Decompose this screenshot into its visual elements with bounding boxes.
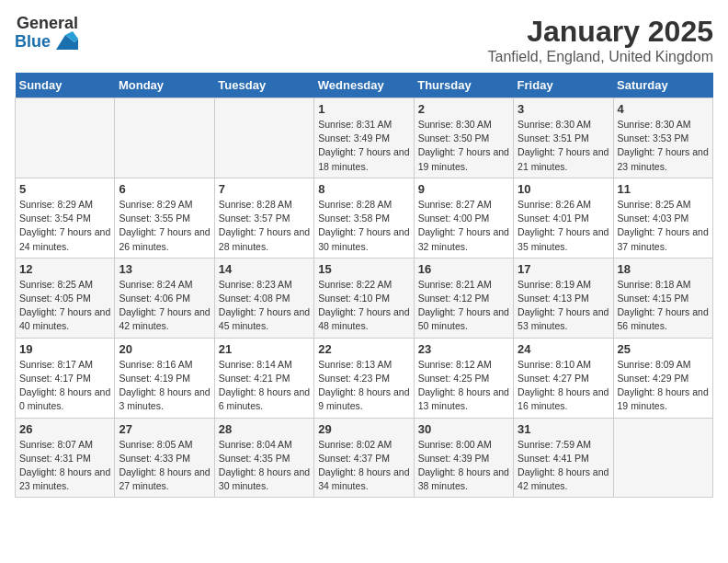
logo-icon [52, 31, 78, 52]
logo-blue: Blue [15, 33, 51, 50]
day-number: 22 [318, 342, 409, 356]
day-info: Sunrise: 8:18 AM Sunset: 4:15 PM Dayligh… [618, 278, 709, 334]
table-row: 16Sunrise: 8:21 AM Sunset: 4:12 PM Dayli… [414, 258, 513, 338]
header-thursday: Thursday [414, 73, 513, 98]
day-number: 19 [19, 342, 110, 356]
day-info: Sunrise: 8:25 AM Sunset: 4:05 PM Dayligh… [19, 278, 110, 334]
table-row: 10Sunrise: 8:26 AM Sunset: 4:01 PM Dayli… [514, 178, 613, 258]
day-number: 15 [318, 262, 409, 276]
day-info: Sunrise: 8:17 AM Sunset: 4:17 PM Dayligh… [19, 358, 110, 414]
day-number: 24 [518, 342, 609, 356]
table-row: 21Sunrise: 8:14 AM Sunset: 4:21 PM Dayli… [214, 338, 313, 418]
day-number: 3 [518, 102, 609, 116]
table-row: 23Sunrise: 8:12 AM Sunset: 4:25 PM Dayli… [414, 338, 513, 418]
table-row: 29Sunrise: 8:02 AM Sunset: 4:37 PM Dayli… [314, 418, 414, 498]
table-row: 25Sunrise: 8:09 AM Sunset: 4:29 PM Dayli… [613, 338, 712, 418]
day-info: Sunrise: 8:16 AM Sunset: 4:19 PM Dayligh… [119, 358, 210, 414]
day-info: Sunrise: 8:23 AM Sunset: 4:08 PM Dayligh… [219, 278, 310, 334]
table-row: 13Sunrise: 8:24 AM Sunset: 4:06 PM Dayli… [115, 258, 214, 338]
day-info: Sunrise: 8:12 AM Sunset: 4:25 PM Dayligh… [418, 358, 509, 414]
calendar-header: Sunday Monday Tuesday Wednesday Thursday… [16, 73, 713, 98]
table-row: 9Sunrise: 8:27 AM Sunset: 4:00 PM Daylig… [414, 178, 513, 258]
day-info: Sunrise: 7:59 AM Sunset: 4:41 PM Dayligh… [518, 438, 609, 494]
day-info: Sunrise: 8:30 AM Sunset: 3:51 PM Dayligh… [518, 118, 609, 174]
day-number: 13 [119, 262, 210, 276]
table-row: 27Sunrise: 8:05 AM Sunset: 4:33 PM Dayli… [115, 418, 214, 498]
day-info: Sunrise: 8:07 AM Sunset: 4:31 PM Dayligh… [19, 438, 110, 494]
day-number: 31 [518, 422, 609, 436]
day-number: 26 [19, 422, 110, 436]
day-number: 25 [618, 342, 709, 356]
day-info: Sunrise: 8:10 AM Sunset: 4:27 PM Dayligh… [518, 358, 609, 414]
day-info: Sunrise: 8:29 AM Sunset: 3:55 PM Dayligh… [119, 198, 210, 254]
day-number: 1 [318, 102, 409, 116]
table-row: 28Sunrise: 8:04 AM Sunset: 4:35 PM Dayli… [214, 418, 313, 498]
table-row [115, 98, 214, 178]
day-number: 18 [618, 262, 709, 276]
day-number: 7 [219, 182, 310, 196]
table-row: 19Sunrise: 8:17 AM Sunset: 4:17 PM Dayli… [16, 338, 115, 418]
header-saturday: Saturday [613, 73, 712, 98]
day-number: 4 [618, 102, 709, 116]
table-row: 22Sunrise: 8:13 AM Sunset: 4:23 PM Dayli… [314, 338, 414, 418]
day-number: 30 [418, 422, 509, 436]
table-row: 1Sunrise: 8:31 AM Sunset: 3:49 PM Daylig… [314, 98, 414, 178]
table-row: 5Sunrise: 8:29 AM Sunset: 3:54 PM Daylig… [16, 178, 115, 258]
day-number: 11 [618, 182, 709, 196]
day-info: Sunrise: 8:09 AM Sunset: 4:29 PM Dayligh… [618, 358, 709, 414]
table-row [613, 418, 712, 498]
table-row [16, 98, 115, 178]
day-info: Sunrise: 8:30 AM Sunset: 3:53 PM Dayligh… [618, 118, 709, 174]
day-info: Sunrise: 8:13 AM Sunset: 4:23 PM Dayligh… [318, 358, 409, 414]
day-info: Sunrise: 8:29 AM Sunset: 3:54 PM Dayligh… [19, 198, 110, 254]
calendar-subtitle: Tanfield, England, United Kingdom [488, 49, 714, 65]
day-info: Sunrise: 8:02 AM Sunset: 4:37 PM Dayligh… [318, 438, 409, 494]
table-row: 8Sunrise: 8:28 AM Sunset: 3:58 PM Daylig… [314, 178, 414, 258]
table-row: 17Sunrise: 8:19 AM Sunset: 4:13 PM Dayli… [514, 258, 613, 338]
title-area: January 2025 Tanfield, England, United K… [488, 15, 714, 65]
day-info: Sunrise: 8:14 AM Sunset: 4:21 PM Dayligh… [219, 358, 310, 414]
logo-general: General [17, 15, 78, 31]
day-number: 10 [518, 182, 609, 196]
day-number: 23 [418, 342, 509, 356]
table-row: 26Sunrise: 8:07 AM Sunset: 4:31 PM Dayli… [16, 418, 115, 498]
table-row: 4Sunrise: 8:30 AM Sunset: 3:53 PM Daylig… [613, 98, 712, 178]
day-info: Sunrise: 8:26 AM Sunset: 4:01 PM Dayligh… [518, 198, 609, 254]
table-row: 31Sunrise: 7:59 AM Sunset: 4:41 PM Dayli… [514, 418, 613, 498]
table-row: 30Sunrise: 8:00 AM Sunset: 4:39 PM Dayli… [414, 418, 513, 498]
day-info: Sunrise: 8:27 AM Sunset: 4:00 PM Dayligh… [418, 198, 509, 254]
day-number: 28 [219, 422, 310, 436]
day-number: 21 [219, 342, 310, 356]
day-info: Sunrise: 8:31 AM Sunset: 3:49 PM Dayligh… [318, 118, 409, 174]
day-number: 6 [119, 182, 210, 196]
table-row: 24Sunrise: 8:10 AM Sunset: 4:27 PM Dayli… [514, 338, 613, 418]
day-info: Sunrise: 8:19 AM Sunset: 4:13 PM Dayligh… [518, 278, 609, 334]
day-number: 16 [418, 262, 509, 276]
table-row: 15Sunrise: 8:22 AM Sunset: 4:10 PM Dayli… [314, 258, 414, 338]
day-info: Sunrise: 8:21 AM Sunset: 4:12 PM Dayligh… [418, 278, 509, 334]
table-row: 18Sunrise: 8:18 AM Sunset: 4:15 PM Dayli… [613, 258, 712, 338]
table-row: 12Sunrise: 8:25 AM Sunset: 4:05 PM Dayli… [16, 258, 115, 338]
day-number: 20 [119, 342, 210, 356]
day-number: 14 [219, 262, 310, 276]
day-info: Sunrise: 8:25 AM Sunset: 4:03 PM Dayligh… [618, 198, 709, 254]
day-number: 12 [19, 262, 110, 276]
day-info: Sunrise: 8:28 AM Sunset: 3:58 PM Dayligh… [318, 198, 409, 254]
header-friday: Friday [514, 73, 613, 98]
table-row: 14Sunrise: 8:23 AM Sunset: 4:08 PM Dayli… [214, 258, 313, 338]
header-monday: Monday [115, 73, 214, 98]
day-info: Sunrise: 8:30 AM Sunset: 3:50 PM Dayligh… [418, 118, 509, 174]
day-number: 5 [19, 182, 110, 196]
header: General Blue January 2025 Tanfield, Engl… [15, 15, 713, 65]
day-number: 29 [318, 422, 409, 436]
day-number: 27 [119, 422, 210, 436]
day-info: Sunrise: 8:24 AM Sunset: 4:06 PM Dayligh… [119, 278, 210, 334]
table-row: 11Sunrise: 8:25 AM Sunset: 4:03 PM Dayli… [613, 178, 712, 258]
table-row: 7Sunrise: 8:28 AM Sunset: 3:57 PM Daylig… [214, 178, 313, 258]
day-info: Sunrise: 8:28 AM Sunset: 3:57 PM Dayligh… [219, 198, 310, 254]
calendar-body: 1Sunrise: 8:31 AM Sunset: 3:49 PM Daylig… [16, 98, 713, 498]
day-info: Sunrise: 8:00 AM Sunset: 4:39 PM Dayligh… [418, 438, 509, 494]
table-row: 2Sunrise: 8:30 AM Sunset: 3:50 PM Daylig… [414, 98, 513, 178]
table-row [214, 98, 313, 178]
table-row: 20Sunrise: 8:16 AM Sunset: 4:19 PM Dayli… [115, 338, 214, 418]
